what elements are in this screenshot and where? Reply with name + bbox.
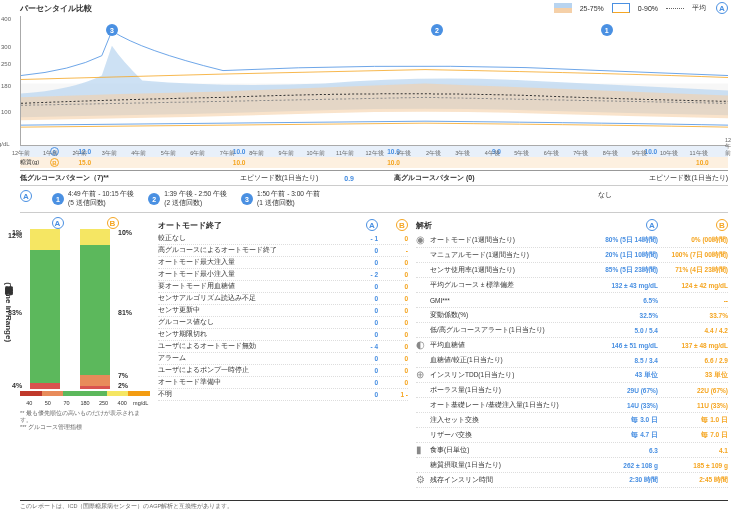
- percentile-chart: 400 300 250 180 100 mg/dL 321 12午前1午前2午前…: [20, 16, 728, 146]
- table-row: GMI***6.5%--: [416, 293, 728, 308]
- table-row: リザーバ交換毎 4.7 日毎 7.0 日: [416, 428, 728, 443]
- table-row: 要オートモード用血糖値00: [158, 281, 408, 293]
- table-row: アラーム00: [158, 353, 408, 365]
- table-row: オートモード準備中00: [158, 377, 408, 389]
- automode-section: オートモード終了 A B 較正なし- 10高グルコースによるオートモード終了0-…: [158, 217, 408, 488]
- chart-marker: 2: [431, 24, 443, 36]
- table-row: 不明01 -: [158, 389, 408, 401]
- pattern-item: 21:39 午後 - 2:50 午後(2 送信回数): [148, 190, 227, 208]
- table-row: 高グルコースによるオートモード終了0-: [158, 245, 408, 257]
- band-b-badge: B: [50, 158, 59, 167]
- analysis-section: 解析 A B ◉オートモード(1週間当たり)80% (5日 14時間)0% (0…: [416, 217, 728, 488]
- table-row: 平均グルコース ± 標準偏差132 ± 43 mg/dL124 ± 42 mg/…: [416, 278, 728, 293]
- low-pattern-title: 低グルコースパターン（7)**: [20, 173, 109, 183]
- table-row: センサアルゴリズム読込み不足00: [158, 293, 408, 305]
- table-row: ⊕インスリンTDD(1日当たり)43 単位33 単位: [416, 368, 728, 383]
- legend-2575-icon: [554, 3, 572, 13]
- chart-title: パーセンタイル比較: [20, 3, 92, 14]
- table-row: 低/高グルコースアラート(1日当たり)5.0 / 5.44.4 / 4.2: [416, 323, 728, 338]
- table-row: ◐平均血糖値146 ± 51 mg/dL137 ± 48 mg/dL: [416, 338, 728, 353]
- chart-marker: 1: [601, 24, 613, 36]
- table-row: ⚙残存インスリン時間2:30 時間2:45 時間: [416, 473, 728, 488]
- table-row: ▮食事(日単位)6.34.1: [416, 443, 728, 458]
- table-row: オートモード最大注入量00: [158, 257, 408, 269]
- pattern-item: 31:50 午前 - 3:00 午前(1 送信回数): [241, 190, 320, 208]
- pattern-list: A 14:49 午前 - 10:15 午後(5 送信回数)21:39 午後 - …: [20, 185, 728, 213]
- pattern-item: 14:49 午前 - 10:15 午後(5 送信回数): [52, 190, 134, 208]
- loop-icon: ◉: [416, 234, 428, 246]
- table-row: ユーザによるオートモード無効- 40: [158, 341, 408, 353]
- table-row: センサ期限切れ00: [158, 329, 408, 341]
- table-row: オートモード最小注入量- 20: [158, 269, 408, 281]
- legend-090-icon: [612, 3, 630, 13]
- tir-section: A B 1% 12% 83% 4% 10% 81% 7%: [20, 217, 150, 488]
- tir-b-badge: B: [107, 217, 119, 229]
- table-row: センサ使用率(1週間当たり)85% (5日 23時間)71% (4日 23時間): [416, 263, 728, 278]
- tir-bar-a: 1% 12% 83% 4%: [30, 229, 60, 389]
- tir-a-badge: A: [52, 217, 64, 229]
- footer-note: このレポートは、ICD（国際糖尿病センター）のAGP解析と互換性があります。: [20, 500, 728, 510]
- chart-marker: 3: [106, 24, 118, 36]
- drop-icon: ◐: [416, 339, 428, 351]
- table-row: マニュアルモード(1週間当たり)20% (1日 10時間)100% (7日 00…: [416, 248, 728, 263]
- high-pattern-title: 高グルコースパターン (0): [394, 173, 475, 183]
- legend: 25-75% 0-90% 平均: [554, 3, 706, 13]
- food-icon: ▮: [416, 444, 428, 456]
- table-row: 変動係数(%)32.5%33.7%: [416, 308, 728, 323]
- table-row: オート基礎レート/基礎注入量(1日当たり)14U (33%)11U (33%): [416, 398, 728, 413]
- table-row: センサ更新中00: [158, 305, 408, 317]
- gear-icon: ⚙: [416, 474, 428, 486]
- table-row: 較正なし- 10: [158, 233, 408, 245]
- syringe-icon: ⊕: [416, 369, 428, 381]
- table-row: ボーラス量(1日当たり)29U (67%)22U (67%): [416, 383, 728, 398]
- table-row: ユーザによるポンプ一時停止00: [158, 365, 408, 377]
- table-row: 血糖値/較正(1日当たり)8.5 / 3.46.6 / 2.9: [416, 353, 728, 368]
- table-row: グルコース値なし00: [158, 317, 408, 329]
- table-row: 糖質摂取量(1日当たり)262 ± 108 g185 ± 109 g: [416, 458, 728, 473]
- legend-mean-icon: [666, 8, 684, 9]
- series-a-badge: A: [716, 2, 728, 14]
- tir-bar-b: 10% 81% 7% 2%: [80, 229, 110, 389]
- table-row: ◉オートモード(1週間当たり)80% (5日 14時間)0% (00時間): [416, 233, 728, 248]
- table-row: 注入セット交換毎 3.0 日毎 1.0 日: [416, 413, 728, 428]
- patterns-a-badge: A: [20, 190, 32, 202]
